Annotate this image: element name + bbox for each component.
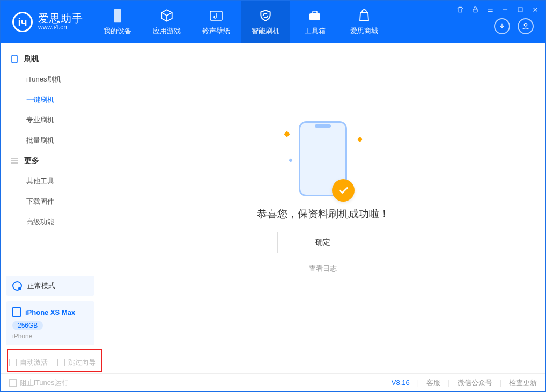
checkbox-label: 跳过向导 bbox=[68, 358, 96, 367]
music-folder-icon bbox=[209, 8, 224, 23]
nav-ringtones[interactable]: 铃声壁纸 bbox=[191, 1, 241, 43]
mode-icon bbox=[12, 281, 22, 291]
sidebar-item-advanced[interactable]: 高级功能 bbox=[1, 212, 100, 232]
sidebar-bottom: 正常模式 iPhone XS Max 256GB iPhone bbox=[1, 270, 100, 351]
toolbox-icon bbox=[307, 8, 322, 23]
user-button[interactable] bbox=[518, 18, 534, 34]
sparkle-icon bbox=[289, 158, 293, 162]
sidebar-group-title: 更多 bbox=[24, 156, 39, 166]
sidebar-group-more: 更多 bbox=[1, 151, 100, 171]
svg-rect-2 bbox=[114, 9, 121, 23]
logo-icon: iч bbox=[12, 12, 33, 32]
statusbar-right: V8.16 | 客服 | 微信公众号 | 检查更新 bbox=[392, 378, 537, 388]
mode-label: 正常模式 bbox=[27, 281, 55, 291]
app-window: iч 爱思助手 www.i4.cn 我的设备 应用游戏 铃声壁纸 智能刷机 bbox=[0, 0, 546, 392]
device-card[interactable]: iPhone XS Max 256GB iPhone bbox=[6, 301, 94, 345]
success-illustration bbox=[299, 121, 347, 196]
device-small-icon bbox=[10, 55, 19, 63]
sidebar: 刷机 iTunes刷机 一键刷机 专业刷机 批量刷机 更多 其他工具 下载固件 … bbox=[1, 43, 100, 351]
checkbox-label: 自动激活 bbox=[20, 358, 48, 367]
cube-icon bbox=[159, 8, 174, 23]
view-log-link[interactable]: 查看日志 bbox=[309, 264, 337, 273]
nav-label: 爱思商城 bbox=[350, 26, 378, 36]
svg-rect-4 bbox=[309, 13, 320, 20]
svg-rect-1 bbox=[518, 8, 522, 12]
device-type: iPhone bbox=[12, 332, 88, 340]
nav-label: 应用游戏 bbox=[153, 26, 181, 36]
titlebar-controls bbox=[455, 5, 540, 14]
refresh-shield-icon bbox=[258, 8, 273, 23]
check-badge-icon bbox=[332, 179, 355, 202]
checkbox-label: 阻止iTunes运行 bbox=[20, 378, 69, 388]
nav-label: 铃声壁纸 bbox=[202, 26, 230, 36]
wechat-link[interactable]: 微信公众号 bbox=[458, 378, 492, 388]
footer-options: 自动激活 跳过向导 bbox=[1, 351, 545, 373]
sidebar-scroll: 刷机 iTunes刷机 一键刷机 专业刷机 批量刷机 更多 其他工具 下载固件 … bbox=[1, 43, 100, 270]
sparkle-icon bbox=[357, 136, 363, 142]
sidebar-group-flash: 刷机 bbox=[1, 49, 100, 69]
sparkle-icon bbox=[284, 131, 290, 137]
close-icon[interactable] bbox=[530, 5, 540, 14]
sidebar-item-other-tools[interactable]: 其他工具 bbox=[1, 171, 100, 191]
nav-label: 工具箱 bbox=[305, 26, 326, 36]
svg-rect-7 bbox=[12, 55, 17, 63]
main-content: 恭喜您，保资料刷机成功啦！ 确定 查看日志 bbox=[100, 43, 545, 351]
app-url: www.i4.cn bbox=[38, 24, 83, 31]
success-message: 恭喜您，保资料刷机成功啦！ bbox=[257, 207, 389, 221]
nav-label: 智能刷机 bbox=[252, 26, 279, 36]
bag-icon bbox=[357, 8, 372, 23]
prevent-itunes-checkbox[interactable]: 阻止iTunes运行 bbox=[9, 378, 69, 388]
auto-activate-checkbox[interactable]: 自动激活 bbox=[9, 358, 48, 367]
svg-rect-0 bbox=[473, 9, 477, 12]
top-nav: 我的设备 应用游戏 铃声壁纸 智能刷机 工具箱 爱思商城 bbox=[93, 1, 494, 43]
checkbox-icon bbox=[9, 379, 17, 387]
logo[interactable]: iч 爱思助手 www.i4.cn bbox=[1, 12, 93, 32]
storage-badge: 256GB bbox=[12, 321, 43, 330]
sidebar-item-batch-flash[interactable]: 批量刷机 bbox=[1, 130, 100, 151]
nav-store[interactable]: 爱思商城 bbox=[340, 1, 389, 43]
app-name: 爱思助手 bbox=[38, 12, 83, 24]
nav-label: 我的设备 bbox=[104, 26, 131, 36]
svg-point-6 bbox=[524, 24, 527, 26]
sidebar-item-pro-flash[interactable]: 专业刷机 bbox=[1, 110, 100, 130]
menu-icon[interactable] bbox=[485, 5, 495, 14]
device-name: iPhone XS Max bbox=[25, 308, 75, 316]
ok-button[interactable]: 确定 bbox=[277, 232, 368, 253]
checkbox-icon bbox=[9, 359, 17, 366]
status-bar: 阻止iTunes运行 V8.16 | 客服 | 微信公众号 | 检查更新 bbox=[1, 373, 545, 391]
phone-icon bbox=[110, 8, 125, 23]
nav-apps-games[interactable]: 应用游戏 bbox=[142, 1, 191, 43]
phone-small-icon bbox=[12, 307, 21, 317]
checkbox-icon bbox=[57, 359, 65, 366]
minimize-icon[interactable] bbox=[500, 5, 510, 14]
support-link[interactable]: 客服 bbox=[426, 378, 440, 388]
mode-card[interactable]: 正常模式 bbox=[6, 276, 94, 296]
nav-smart-flash[interactable]: 智能刷机 bbox=[241, 1, 290, 43]
list-icon bbox=[10, 157, 19, 165]
version-label: V8.16 bbox=[392, 379, 410, 387]
device-header: iPhone XS Max bbox=[12, 307, 88, 317]
maximize-icon[interactable] bbox=[515, 5, 525, 14]
sidebar-item-one-click-flash[interactable]: 一键刷机 bbox=[1, 90, 100, 110]
download-button[interactable] bbox=[494, 18, 510, 34]
lock-icon[interactable] bbox=[470, 5, 480, 14]
tshirt-icon[interactable] bbox=[455, 5, 465, 14]
body: 刷机 iTunes刷机 一键刷机 专业刷机 批量刷机 更多 其他工具 下载固件 … bbox=[1, 43, 545, 351]
svg-rect-5 bbox=[313, 11, 317, 13]
sidebar-item-itunes-flash[interactable]: iTunes刷机 bbox=[1, 69, 100, 90]
phone-notch-icon bbox=[315, 124, 331, 128]
nav-toolbox[interactable]: 工具箱 bbox=[290, 1, 340, 43]
check-update-link[interactable]: 检查更新 bbox=[509, 378, 537, 388]
sidebar-group-title: 刷机 bbox=[24, 54, 39, 64]
skip-guide-checkbox[interactable]: 跳过向导 bbox=[57, 358, 96, 367]
sidebar-item-download-firmware[interactable]: 下载固件 bbox=[1, 191, 100, 212]
nav-my-device[interactable]: 我的设备 bbox=[93, 1, 142, 43]
